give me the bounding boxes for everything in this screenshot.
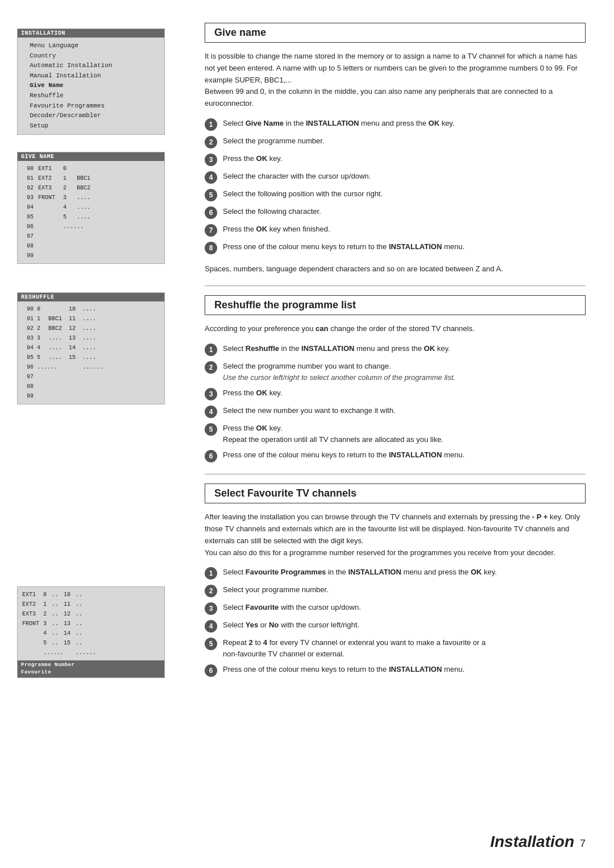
- step-text-2: Select the programme number.: [223, 135, 586, 147]
- give-name-step-6: 6 Select the following character.: [205, 206, 586, 219]
- reshuffle-step-number-6: 6: [205, 450, 217, 462]
- reshuffle-section-header: Reshuffle the programme list: [205, 295, 586, 315]
- page-number: 7: [580, 838, 586, 850]
- reshuffle-step-text-5: Press the OK key. Repeat the operation u…: [223, 423, 586, 445]
- give-name-note: Spaces, numbers, language dependent char…: [205, 263, 586, 275]
- step-text-3: Press the OK key.: [223, 153, 586, 164]
- step-number-8: 8: [205, 242, 217, 254]
- give-name-step-1: 1 Select Give Name in the INSTALLATION m…: [205, 118, 586, 131]
- favourite-intro: After leaving the installation you can b…: [205, 511, 586, 559]
- reshuffle-steps: 1 Select Reshuffle in the INSTALLATION m…: [205, 343, 586, 462]
- favourite-menu-box: EXT10..10.. EXT21..11.. EXT32..12.. FRON…: [17, 586, 165, 677]
- favourite-step-3: 3 Select Favourite with the cursor up/do…: [205, 602, 586, 615]
- give-name-step-4: 4 Select the character with the cursor u…: [205, 171, 586, 184]
- favourite-menu-footer: Programme Number Favourite: [18, 660, 164, 677]
- reshuffle-step-number-1: 1: [205, 344, 217, 356]
- step-number-3: 3: [205, 154, 217, 166]
- menu-item-decoder: Decoder/Descrambler: [22, 111, 160, 121]
- favourite-step-4: 4 Select Yes or No with the cursor left/…: [205, 619, 586, 633]
- step-text-4: Select the character with the cursor up/…: [223, 171, 586, 182]
- favourite-step-1: 1 Select Favourite Programmes in the INS…: [205, 567, 586, 580]
- reshuffle-intro: According to your preference you can cha…: [205, 323, 586, 335]
- favourite-step-number-4: 4: [205, 620, 217, 633]
- step-number-1: 1: [205, 118, 217, 131]
- favourite-step-text-5: Repeat 2 to 4 for every TV channel or ex…: [223, 637, 586, 659]
- page-footer: Installation 7: [490, 833, 586, 851]
- reshuffle-step-number-5: 5: [205, 423, 217, 436]
- divider-1: [205, 286, 586, 286]
- step-number-6: 6: [205, 206, 217, 219]
- left-column: INSTALLATION Menu Language Country Autom…: [0, 23, 182, 845]
- give-name-step-8: 8 Press one of the colour menu keys to r…: [205, 241, 586, 254]
- favourite-step-text-2: Select your programme number.: [223, 584, 586, 596]
- step-number-5: 5: [205, 189, 217, 201]
- step-text-8: Press one of the colour menu keys to ret…: [223, 241, 586, 253]
- favourite-step-text-1: Select Favourite Programmes in the INSTA…: [223, 567, 586, 578]
- menu-item-language: Menu Language: [22, 41, 160, 51]
- favourite-label-fav: Favourite: [21, 669, 161, 676]
- reshuffle-step-text-2: Select the programme number you want to …: [223, 361, 586, 383]
- give-name-step-3: 3 Press the OK key.: [205, 153, 586, 166]
- give-name-section-header: Give name: [205, 23, 586, 43]
- installation-menu-box: INSTALLATION Menu Language Country Autom…: [17, 28, 165, 135]
- menu-item-manual: Manual Installation: [22, 71, 160, 81]
- give-name-menu-header: GIVE NAME: [18, 152, 164, 161]
- favourite-step-6: 6 Press one of the colour menu keys to r…: [205, 664, 586, 677]
- installation-menu-body: Menu Language Country Automatic Installa…: [18, 38, 164, 134]
- reshuffle-step-number-2: 2: [205, 361, 217, 374]
- installation-menu-header: INSTALLATION: [18, 29, 164, 38]
- reshuffle-step-5: 5 Press the OK key. Repeat the operation…: [205, 423, 586, 445]
- favourite-step-number-6: 6: [205, 664, 217, 677]
- reshuffle-step-text-6: Press one of the colour menu keys to ret…: [223, 449, 586, 461]
- reshuffle-step-2: 2 Select the programme number you want t…: [205, 361, 586, 383]
- step-number-7: 7: [205, 224, 217, 237]
- reshuffle-table: 90010.... 911BBC111.... 922BBC212.... 93…: [18, 301, 164, 404]
- favourite-step-5: 5 Repeat 2 to 4 for every TV channel or …: [205, 637, 586, 659]
- favourite-step-number-3: 3: [205, 602, 217, 615]
- reshuffle-step-number-4: 4: [205, 406, 217, 418]
- favourite-steps: 1 Select Favourite Programmes in the INS…: [205, 567, 586, 677]
- give-name-steps: 1 Select Give Name in the INSTALLATION m…: [205, 118, 586, 254]
- give-name-intro: It is possible to change the name stored…: [205, 51, 586, 110]
- favourite-step-2: 2 Select your programme number.: [205, 584, 586, 597]
- footer-title: Installation: [490, 833, 574, 851]
- reshuffle-step-text-3: Press the OK key.: [223, 387, 586, 399]
- step-number-2: 2: [205, 136, 217, 148]
- menu-item-auto: Automatic Installation: [22, 61, 160, 71]
- give-name-step-5: 5 Select the following position with the…: [205, 188, 586, 201]
- favourite-section-header: Select Favourite TV channels: [205, 483, 586, 503]
- give-name-table: 90EXT10 91EXT21BBC1 92EXT32BBC2 93FRONT3…: [18, 161, 164, 263]
- step-text-6: Select the following character.: [223, 206, 586, 217]
- divider-2: [205, 474, 586, 474]
- reshuffle-step-6: 6 Press one of the colour menu keys to r…: [205, 449, 586, 462]
- step-text-7: Press the OK key when finished.: [223, 224, 586, 235]
- reshuffle-menu-box: RESHUFFLE 90010.... 911BBC111.... 922BBC…: [17, 292, 165, 404]
- menu-item-givename: Give Name: [22, 81, 160, 91]
- right-column: Give name It is possible to change the n…: [182, 23, 614, 845]
- menu-item-reshuffle: Reshuffle: [22, 91, 160, 101]
- menu-item-favourite: Favourite Programmes: [22, 101, 160, 111]
- step-text-5: Select the following position with the c…: [223, 188, 586, 200]
- reshuffle-menu-header: RESHUFFLE: [18, 293, 164, 301]
- menu-item-country: Country: [22, 51, 160, 61]
- reshuffle-step-text-4: Select the new number you want to exchan…: [223, 405, 586, 416]
- reshuffle-step-4: 4 Select the new number you want to exch…: [205, 405, 586, 418]
- give-name-step-7: 7 Press the OK key when finished.: [205, 224, 586, 237]
- favourite-step-number-1: 1: [205, 567, 217, 580]
- favourite-step-number-2: 2: [205, 585, 217, 597]
- reshuffle-step-1: 1 Select Reshuffle in the INSTALLATION m…: [205, 343, 586, 356]
- favourite-step-text-3: Select Favourite with the cursor up/down…: [223, 602, 586, 613]
- reshuffle-step-number-3: 3: [205, 388, 217, 400]
- favourite-table: EXT10..10.. EXT21..11.. EXT32..12.. FRON…: [18, 587, 164, 660]
- give-name-menu-box: GIVE NAME 90EXT10 91EXT21BBC1 92EXT32BBC…: [17, 152, 165, 264]
- give-name-step-2: 2 Select the programme number.: [205, 135, 586, 148]
- step-number-4: 4: [205, 171, 217, 184]
- favourite-step-number-5: 5: [205, 638, 217, 650]
- favourite-label-programme: Programme Number: [21, 662, 161, 669]
- reshuffle-step-3: 3 Press the OK key.: [205, 387, 586, 400]
- reshuffle-step-text-1: Select Reshuffle in the INSTALLATION men…: [223, 343, 586, 354]
- favourite-step-text-4: Select Yes or No with the cursor left/ri…: [223, 619, 586, 631]
- menu-item-setup: Setup: [22, 121, 160, 131]
- favourite-step-text-6: Press one of the colour menu keys to ret…: [223, 664, 586, 675]
- step-text-1: Select Give Name in the INSTALLATION men…: [223, 118, 586, 129]
